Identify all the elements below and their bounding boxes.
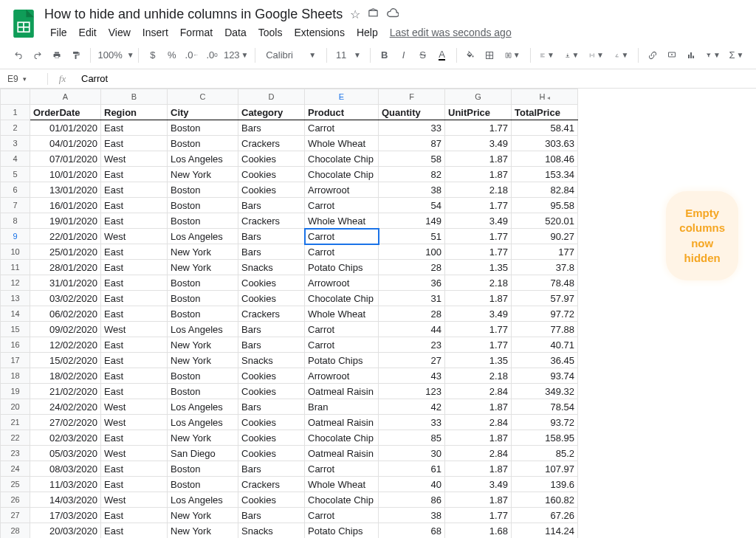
cell[interactable]: 44 <box>379 322 445 337</box>
cell[interactable]: East <box>101 275 168 291</box>
cell[interactable]: 1.77 <box>445 244 512 260</box>
cell[interactable]: Los Angeles <box>168 229 238 244</box>
fill-color-button[interactable] <box>462 46 478 65</box>
col-head-B[interactable]: B <box>101 89 168 105</box>
cell[interactable]: Bars <box>238 120 305 136</box>
cell[interactable]: 78.48 <box>512 275 578 291</box>
cell[interactable]: 42 <box>379 399 445 415</box>
currency-button[interactable]: $ <box>145 46 161 65</box>
cell[interactable]: Carrot <box>305 229 379 244</box>
cell[interactable]: 82 <box>379 167 445 182</box>
cell[interactable]: East <box>101 213 168 229</box>
cell[interactable]: 16/01/2020 <box>30 198 101 213</box>
cell[interactable]: East <box>101 244 168 260</box>
cell[interactable]: Los Angeles <box>168 415 238 430</box>
cell[interactable]: 1.35 <box>445 353 512 368</box>
row-head-20[interactable]: 20 <box>1 399 30 415</box>
cell[interactable]: 3.49 <box>445 477 512 492</box>
horizontal-align-button[interactable]: ▼ <box>536 46 558 65</box>
font-size-dropdown[interactable]: 11▼ <box>333 46 364 65</box>
formula-input[interactable] <box>77 73 750 84</box>
cell[interactable]: Bars <box>238 322 305 337</box>
cell[interactable]: East <box>101 198 168 213</box>
cell[interactable]: New York <box>168 244 238 260</box>
cell[interactable]: 31/01/2020 <box>30 275 101 291</box>
cell[interactable]: Whole Wheat <box>305 477 379 492</box>
cell[interactable]: 123 <box>379 384 445 399</box>
cell[interactable]: West <box>101 229 168 244</box>
cell[interactable]: 2.18 <box>445 182 512 198</box>
menu-tools[interactable]: Tools <box>252 24 289 41</box>
cell[interactable]: 58.41 <box>512 120 578 136</box>
cell[interactable]: Cookies <box>238 167 305 182</box>
cell[interactable]: 40.71 <box>512 337 578 353</box>
cell[interactable]: 1.77 <box>445 508 512 523</box>
cell[interactable]: 160.82 <box>512 492 578 508</box>
star-icon[interactable]: ☆ <box>350 7 360 21</box>
cell[interactable]: Carrot <box>305 244 379 260</box>
cell[interactable]: 77.88 <box>512 322 578 337</box>
row-head-17[interactable]: 17 <box>1 353 30 368</box>
cell[interactable]: 95.58 <box>512 198 578 213</box>
decrease-decimal-button[interactable]: .0← <box>183 46 201 65</box>
cell[interactable]: 24/02/2020 <box>30 399 101 415</box>
cell[interactable]: West <box>101 322 168 337</box>
cell[interactable]: Crackers <box>238 213 305 229</box>
cell[interactable]: Whole Wheat <box>305 136 379 151</box>
cell[interactable]: Boston <box>168 461 238 477</box>
col-head-D[interactable]: D <box>238 89 305 105</box>
cell[interactable]: East <box>101 461 168 477</box>
cell[interactable]: New York <box>168 337 238 353</box>
cell[interactable]: Los Angeles <box>168 322 238 337</box>
cell[interactable]: East <box>101 182 168 198</box>
spreadsheet-grid[interactable]: ABCDEFGH ◂1OrderDateRegionCityCategoryPr… <box>0 89 756 538</box>
undo-button[interactable] <box>10 46 27 65</box>
select-all-corner[interactable] <box>1 89 30 105</box>
cell[interactable]: 61 <box>379 461 445 477</box>
cell[interactable]: 1.35 <box>445 260 512 275</box>
cell[interactable]: Boston <box>168 275 238 291</box>
cell[interactable]: Arrowroot <box>305 368 379 384</box>
cell[interactable]: 01/01/2020 <box>30 120 101 136</box>
cell[interactable]: 05/03/2020 <box>30 446 101 461</box>
cell[interactable]: Boston <box>168 182 238 198</box>
cell[interactable]: Chocolate Chip <box>305 430 379 446</box>
cell[interactable]: Snacks <box>238 523 305 539</box>
text-wrap-button[interactable]: ▼ <box>585 46 608 65</box>
row-head-8[interactable]: 8 <box>1 213 30 229</box>
cell[interactable]: 3.49 <box>445 136 512 151</box>
redo-button[interactable] <box>30 46 46 65</box>
menu-edit[interactable]: Edit <box>73 24 103 41</box>
cell[interactable]: Boston <box>168 198 238 213</box>
row-head-22[interactable]: 22 <box>1 430 30 446</box>
cell[interactable]: 2.84 <box>445 384 512 399</box>
cell[interactable]: Carrot <box>305 322 379 337</box>
cell[interactable]: 149 <box>379 213 445 229</box>
cell[interactable]: Crackers <box>238 477 305 492</box>
cell[interactable]: 02/03/2020 <box>30 430 101 446</box>
row-head-24[interactable]: 24 <box>1 461 30 477</box>
header-cell[interactable]: Region <box>101 105 168 120</box>
cell[interactable]: 10/01/2020 <box>30 167 101 182</box>
cell[interactable]: 108.46 <box>512 151 578 167</box>
cell[interactable]: 67.26 <box>512 508 578 523</box>
paint-format-button[interactable] <box>68 46 84 65</box>
cell[interactable]: Cookies <box>238 291 305 306</box>
cell[interactable]: Cookies <box>238 182 305 198</box>
cell[interactable]: 30 <box>379 446 445 461</box>
cell[interactable]: Bars <box>238 337 305 353</box>
cell[interactable]: 25/01/2020 <box>30 244 101 260</box>
hidden-columns-indicator-icon[interactable]: ◂ <box>545 94 549 101</box>
cell[interactable]: 114.24 <box>512 523 578 539</box>
cell[interactable]: 3.49 <box>445 306 512 322</box>
menu-insert[interactable]: Insert <box>137 24 174 41</box>
cell[interactable]: Oatmeal Raisin <box>305 446 379 461</box>
cell[interactable]: East <box>101 291 168 306</box>
row-head-2[interactable]: 2 <box>1 120 30 136</box>
cell[interactable]: 38 <box>379 508 445 523</box>
cell[interactable]: 28 <box>379 260 445 275</box>
cell[interactable]: Los Angeles <box>168 492 238 508</box>
menu-format[interactable]: Format <box>174 24 219 41</box>
cell[interactable]: 1.77 <box>445 337 512 353</box>
row-head-25[interactable]: 25 <box>1 477 30 492</box>
